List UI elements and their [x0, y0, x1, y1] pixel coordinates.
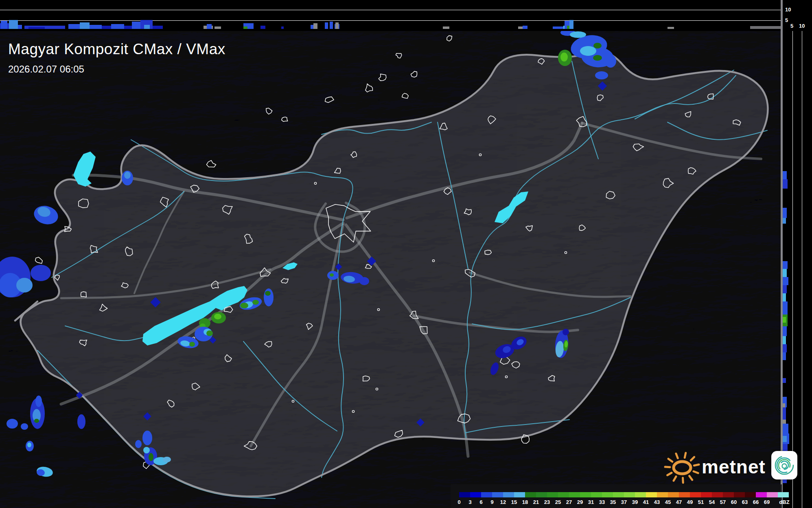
height-gridline-10km-side — [802, 31, 802, 508]
profile-echo-block — [783, 171, 787, 179]
radar-echo — [560, 53, 568, 62]
profile-echo-block — [144, 25, 150, 29]
radar-echo — [77, 414, 85, 429]
legend-tick-label: 29 — [577, 499, 583, 505]
profile-echo-block — [68, 24, 81, 29]
legend-tick-label: 3 — [468, 499, 471, 505]
profile-echo-block — [783, 179, 788, 189]
legend-tick-label: 6 — [479, 499, 482, 505]
legend-segment — [745, 492, 756, 497]
radar-echo — [240, 303, 248, 308]
axis-label-5km: 5 — [785, 18, 788, 23]
height-gridline-10km — [0, 10, 781, 10]
profile-echo-block — [523, 26, 527, 29]
metnet-app-icon — [771, 451, 797, 479]
radar-echo — [605, 55, 616, 68]
legend-segment — [558, 492, 569, 497]
radar-echo — [206, 330, 213, 336]
radar-echo — [34, 419, 39, 423]
legend-segment — [459, 492, 470, 497]
profile-echo-block — [783, 344, 787, 352]
legend-segment — [503, 492, 514, 497]
radar-echo — [21, 423, 28, 430]
profile-echo-block — [281, 26, 284, 29]
legend-tick-label: 54 — [709, 499, 715, 505]
axis-label-10km: 10 — [785, 7, 791, 12]
legend-segment — [492, 492, 503, 497]
profile-echo-block — [80, 22, 90, 29]
profile-echo-block — [783, 378, 786, 383]
profile-echo-block — [783, 301, 788, 314]
profile-echo-block — [553, 26, 564, 29]
radar-echo — [580, 46, 596, 56]
profile-echo-block — [668, 27, 674, 29]
legend-tick-label: 43 — [654, 499, 660, 505]
legend-segment — [767, 492, 778, 497]
profile-echo-block — [783, 326, 787, 336]
profile-echo-block — [783, 403, 785, 407]
profile-echo-block — [260, 26, 265, 29]
profile-echo-block — [325, 22, 328, 29]
legend-segment — [756, 492, 767, 497]
profile-echo-block — [783, 269, 787, 277]
profile-echo-block — [9, 20, 18, 29]
profile-echo-block — [783, 317, 786, 323]
legend-segment — [470, 492, 481, 497]
radar-echo — [214, 314, 221, 319]
profile-echo-block — [783, 285, 787, 293]
legend-segment — [712, 492, 723, 497]
radar-echo — [252, 300, 259, 305]
swirl-icon — [773, 454, 796, 477]
legend-segment — [580, 492, 591, 497]
profile-echo-block — [783, 336, 786, 344]
side-axis-label-10km: 10 — [799, 23, 805, 29]
legend-tick-label: 63 — [742, 499, 748, 505]
radar-echo — [124, 172, 131, 179]
legend-unit-label: dBZ — [779, 499, 789, 505]
legend-tick-label: 41 — [643, 499, 649, 505]
legend-segment — [525, 492, 536, 497]
profile-echo-block — [443, 26, 449, 29]
legend-tick-label: 51 — [698, 499, 704, 505]
radar-echo — [570, 31, 586, 38]
radar-echo — [265, 291, 271, 296]
radar-echo — [593, 43, 602, 48]
legend-segment — [569, 492, 580, 497]
profile-echo-block — [783, 420, 786, 424]
profile-echo-block — [214, 26, 221, 29]
radar-echo — [595, 71, 608, 79]
radar-echo — [163, 457, 171, 462]
profile-echo-block — [567, 26, 569, 29]
radar-echo — [27, 442, 31, 447]
legend-segment — [602, 492, 613, 497]
radar-echo — [149, 453, 153, 461]
profile-echo-block — [153, 26, 163, 29]
profile-echo-block — [783, 208, 787, 218]
profile-echo-block — [243, 26, 247, 29]
radar-echo — [189, 342, 195, 347]
profile-axis-corner: 10 5 5 10 — [783, 0, 812, 29]
legend-segment — [734, 492, 745, 497]
legend-segment-overflow — [778, 492, 789, 497]
legend-segment — [657, 492, 668, 497]
profile-echo-block — [783, 277, 788, 285]
profile-echo-block — [111, 24, 124, 29]
legend-segment — [635, 492, 646, 497]
legend-tick-label: 27 — [566, 499, 572, 505]
radar-echo — [7, 419, 18, 429]
legend-tick-label: 33 — [599, 499, 605, 505]
radar-map — [0, 0, 812, 508]
profile-echo-block — [28, 27, 45, 29]
legend-segment — [701, 492, 712, 497]
strip-separator-vertical — [781, 0, 783, 508]
height-gridline-5km-side — [792, 31, 793, 508]
legend-tick-label: 47 — [676, 499, 682, 505]
radar-echo — [593, 55, 602, 61]
radar-echo — [16, 278, 33, 292]
legend-segment — [514, 492, 525, 497]
profile-echo-block — [783, 293, 786, 301]
legend-tick-label: 69 — [764, 499, 770, 505]
profile-echo-block — [335, 22, 339, 29]
legend-tick-label: 57 — [720, 499, 726, 505]
profile-echo-block — [783, 261, 788, 269]
